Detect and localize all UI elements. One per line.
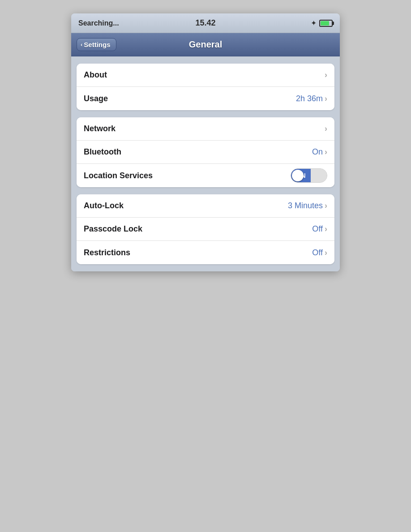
passcode-lock-right: Off › bbox=[312, 224, 327, 234]
location-toggle[interactable]: ON bbox=[291, 168, 327, 183]
battery-icon bbox=[319, 20, 333, 27]
bluetooth-value: On bbox=[312, 147, 323, 157]
autolock-chevron-icon: › bbox=[325, 201, 327, 210]
back-chevron-icon: ‹ bbox=[81, 41, 82, 48]
network-row[interactable]: Network › bbox=[77, 117, 334, 141]
back-button-label: Settings bbox=[84, 41, 110, 48]
restrictions-chevron-icon: › bbox=[325, 248, 327, 257]
about-label: About bbox=[84, 70, 107, 80]
about-chevron-icon: › bbox=[325, 70, 327, 80]
back-button[interactable]: ‹ Settings bbox=[77, 38, 116, 51]
signal-text: Searching... bbox=[78, 19, 119, 27]
location-services-label: Location Services bbox=[84, 171, 153, 180]
passcode-lock-label: Passcode Lock bbox=[84, 224, 142, 234]
bluetooth-label: Bluetooth bbox=[84, 147, 121, 157]
restrictions-label: Restrictions bbox=[84, 248, 130, 257]
page-title: General bbox=[189, 39, 222, 50]
settings-group-1: About › Usage 2h 36m › bbox=[77, 64, 334, 110]
location-services-row[interactable]: Location Services ON bbox=[77, 164, 334, 187]
autolock-row[interactable]: Auto-Lock 3 Minutes › bbox=[77, 194, 334, 218]
time-display: 15.42 bbox=[195, 18, 215, 28]
network-right: › bbox=[325, 124, 327, 133]
restrictions-row[interactable]: Restrictions Off › bbox=[77, 241, 334, 264]
location-services-right: ON bbox=[291, 168, 327, 183]
about-row[interactable]: About › bbox=[77, 64, 334, 87]
settings-group-2: Network › Bluetooth On › Location Servic… bbox=[77, 117, 334, 187]
toggle-off-part bbox=[311, 169, 327, 182]
settings-content: About › Usage 2h 36m › Network › bbox=[71, 56, 340, 271]
passcode-lock-row[interactable]: Passcode Lock Off › bbox=[77, 218, 334, 241]
usage-chevron-icon: › bbox=[325, 94, 327, 103]
toggle-knob bbox=[292, 170, 304, 181]
autolock-value: 3 Minutes bbox=[288, 201, 323, 210]
bluetooth-status-icon: ✦ bbox=[311, 19, 317, 27]
restrictions-right: Off › bbox=[312, 248, 327, 257]
autolock-label: Auto-Lock bbox=[84, 201, 124, 210]
passcode-chevron-icon: › bbox=[325, 224, 327, 234]
restrictions-value: Off bbox=[312, 248, 323, 257]
bluetooth-row[interactable]: Bluetooth On › bbox=[77, 141, 334, 164]
about-right: › bbox=[325, 70, 327, 80]
usage-value: 2h 36m bbox=[296, 94, 323, 103]
phone-frame: Searching... 15.42 ✦ ‹ Settings General … bbox=[71, 13, 340, 271]
usage-label: Usage bbox=[84, 94, 108, 103]
autolock-right: 3 Minutes › bbox=[288, 201, 327, 210]
bluetooth-right: On › bbox=[312, 147, 327, 157]
settings-group-3: Auto-Lock 3 Minutes › Passcode Lock Off … bbox=[77, 194, 334, 264]
usage-right: 2h 36m › bbox=[296, 94, 327, 103]
network-chevron-icon: › bbox=[325, 124, 327, 133]
bluetooth-chevron-icon: › bbox=[325, 147, 327, 157]
battery-fill bbox=[321, 21, 329, 26]
network-label: Network bbox=[84, 124, 116, 133]
passcode-lock-value: Off bbox=[312, 224, 323, 234]
nav-bar: ‹ Settings General bbox=[71, 33, 340, 56]
status-bar: Searching... 15.42 ✦ bbox=[71, 13, 340, 33]
usage-row[interactable]: Usage 2h 36m › bbox=[77, 87, 334, 110]
status-icons: ✦ bbox=[311, 19, 333, 27]
